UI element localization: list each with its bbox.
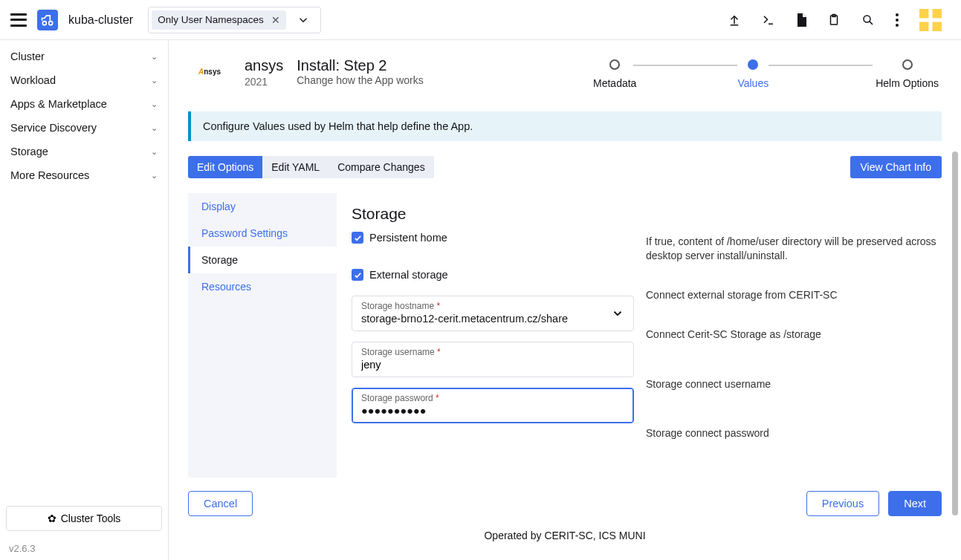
svg-point-9 [896, 19, 899, 22]
help-persistent-home: If true, content of /home/user directory… [646, 235, 942, 263]
external-storage-label: External storage [369, 269, 448, 281]
view-chart-info-button[interactable]: View Chart Info [850, 156, 942, 178]
app-name: ansys [245, 56, 283, 74]
help-external-storage: Connect external storage from CERIT-SC [646, 288, 942, 302]
page-header: Ansys ansys 2021 Install: Step 2 Change … [188, 56, 942, 89]
help-column: If true, content of /home/user directory… [646, 205, 942, 466]
svg-point-1 [49, 21, 53, 25]
step-label: Helm Options [876, 77, 939, 89]
form-area: Display Password Settings Storage Resour… [188, 193, 942, 478]
footer: Cancel Previous Next [169, 478, 961, 530]
section-title: Storage [352, 205, 634, 223]
cancel-button[interactable]: Cancel [188, 491, 253, 516]
storage-username-field[interactable]: Storage username * [352, 342, 634, 377]
terminal-icon[interactable] [762, 13, 775, 27]
rancher-logo[interactable] [37, 10, 58, 30]
chevron-down-icon: ⌄ [151, 52, 158, 62]
help-password: Storage connect password [646, 426, 942, 440]
gear-icon: ✿ [48, 512, 56, 524]
persistent-home-row: Persistent home [352, 232, 634, 244]
form-nav-password-settings[interactable]: Password Settings [188, 220, 337, 247]
namespace-chip-remove[interactable]: ✕ [271, 14, 280, 26]
step-label: Values [737, 77, 769, 89]
chevron-down-icon: ⌄ [151, 147, 158, 157]
step-connector [769, 65, 873, 66]
sidebar-item-label: Apps & Marketplace [10, 98, 107, 110]
app-logo: Ansys [188, 56, 231, 86]
sidebar-item-label: Workload [10, 74, 56, 86]
form-nav-storage[interactable]: Storage [188, 247, 337, 273]
chevron-down-icon: ⌄ [151, 171, 158, 180]
sidebar-item-service-discovery[interactable]: Service Discovery⌄ [0, 116, 168, 140]
namespace-dropdown-caret[interactable] [286, 13, 320, 27]
tabs-row: Edit Options Edit YAML Compare Changes V… [188, 156, 942, 178]
sidebar-item-label: Storage [10, 146, 48, 157]
sidebar-nav: Cluster⌄ Workload⌄ Apps & Marketplace⌄ S… [0, 40, 168, 500]
topbar: kuba-cluster Only User Namespaces ✕ [0, 0, 961, 40]
chevron-down-icon: ⌄ [151, 100, 158, 109]
sidebar-item-workload[interactable]: Workload⌄ [0, 68, 168, 92]
namespace-chip: Only User Namespaces ✕ [152, 10, 286, 30]
step-connector [633, 65, 737, 66]
search-icon[interactable] [861, 13, 875, 27]
topbar-actions [728, 9, 942, 31]
operated-by: Operated by CERIT-SC, ICS MUNI [169, 530, 961, 546]
version-label: v2.6.3 [0, 537, 168, 560]
main: Ansys ansys 2021 Install: Step 2 Change … [169, 40, 961, 560]
field-label: Storage username [361, 347, 435, 357]
clipboard-icon[interactable] [827, 13, 841, 27]
step-metadata[interactable]: Metadata [593, 59, 636, 89]
step-label: Metadata [593, 77, 636, 89]
namespace-chip-label: Only User Namespaces [158, 14, 264, 25]
svg-point-0 [42, 21, 46, 25]
upload-icon[interactable] [728, 13, 741, 27]
svg-point-6 [864, 16, 870, 22]
cluster-tools-label: Cluster Tools [61, 512, 121, 524]
sidebar-item-more-resources[interactable]: More Resources⌄ [0, 163, 168, 187]
page-title: Install: Step 2 [297, 56, 423, 74]
step-helm-options[interactable]: Helm Options [876, 59, 942, 89]
info-banner: Configure Values used by Helm that help … [188, 111, 942, 141]
sidebar-item-apps[interactable]: Apps & Marketplace⌄ [0, 92, 168, 116]
file-icon[interactable] [796, 13, 806, 27]
step-values[interactable]: Values [737, 59, 769, 89]
menu-icon[interactable] [10, 13, 27, 27]
tab-compare-changes[interactable]: Compare Changes [329, 156, 434, 178]
cluster-tools-button[interactable]: ✿ Cluster Tools [6, 506, 162, 531]
namespace-filter[interactable]: Only User Namespaces ✕ [148, 7, 321, 33]
previous-button[interactable]: Previous [806, 491, 879, 516]
help-username: Storage connect username [646, 377, 942, 391]
svg-point-8 [896, 13, 899, 16]
external-storage-checkbox[interactable] [352, 269, 363, 281]
svg-point-10 [896, 24, 899, 27]
sidebar-item-cluster[interactable]: Cluster⌄ [0, 45, 168, 68]
scrollbar-thumb[interactable] [952, 152, 958, 515]
sidebar-item-storage[interactable]: Storage⌄ [0, 140, 168, 163]
chevron-down-icon: ⌄ [151, 76, 158, 85]
chevron-down-icon: ⌄ [151, 123, 158, 133]
chevron-down-icon[interactable] [611, 307, 624, 320]
storage-username-input[interactable] [361, 359, 624, 371]
storage-password-field[interactable]: Storage password * ●●●●●●●●●● [352, 388, 634, 423]
form-nav-resources[interactable]: Resources [188, 273, 337, 300]
storage-hostname-field[interactable]: Storage hostname * storage-brno12-cerit.… [352, 296, 634, 331]
storage-hostname-value: storage-brno12-cerit.metacentrum.cz/shar… [361, 313, 624, 325]
form-nav-display[interactable]: Display [188, 193, 337, 220]
field-label: Storage password [361, 393, 433, 403]
svg-line-7 [870, 21, 873, 24]
app-year: 2021 [245, 76, 283, 88]
tab-edit-options[interactable]: Edit Options [188, 156, 262, 178]
persistent-home-checkbox[interactable] [352, 232, 363, 244]
sidebar-item-label: Service Discovery [10, 122, 97, 134]
cluster-name[interactable]: kuba-cluster [68, 13, 133, 27]
sidebar-item-label: More Resources [10, 169, 89, 181]
page-subtitle: Change how the App works [297, 74, 423, 86]
persistent-home-label: Persistent home [369, 232, 447, 244]
next-button[interactable]: Next [888, 491, 942, 516]
gift-icon[interactable] [919, 9, 942, 31]
sidebar-item-label: Cluster [10, 51, 45, 62]
tab-edit-yaml[interactable]: Edit YAML [262, 156, 329, 178]
storage-password-input[interactable]: ●●●●●●●●●● [361, 405, 624, 417]
stepper: Metadata Values Helm Options [437, 56, 942, 89]
kebab-icon[interactable] [896, 13, 899, 27]
